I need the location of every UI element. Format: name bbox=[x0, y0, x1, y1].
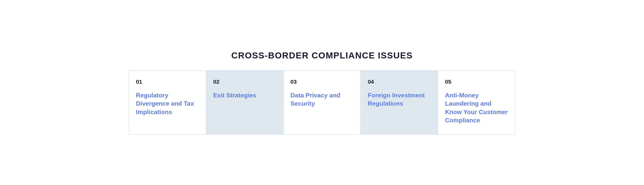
card-1: 01Regulatory Divergence and Tax Implicat… bbox=[129, 71, 206, 135]
card-title-4: Foreign Investment Regulations bbox=[368, 91, 431, 108]
card-title-3: Data Privacy and Security bbox=[290, 91, 354, 108]
card-number-3: 03 bbox=[290, 79, 354, 85]
cards-grid: 01Regulatory Divergence and Tax Implicat… bbox=[129, 70, 515, 135]
page-title: CROSS-BORDER COMPLIANCE ISSUES bbox=[129, 50, 515, 60]
card-title-2: Exit Strategies bbox=[213, 91, 276, 99]
card-number-4: 04 bbox=[368, 79, 431, 85]
card-3: 03Data Privacy and Security bbox=[284, 71, 361, 135]
card-title-5: Anti-Money Laundering and Know Your Cust… bbox=[445, 91, 508, 125]
card-2: 02Exit Strategies bbox=[206, 71, 284, 135]
card-title-1: Regulatory Divergence and Tax Implicatio… bbox=[136, 91, 199, 116]
card-4: 04Foreign Investment Regulations bbox=[361, 71, 438, 135]
card-5: 05Anti-Money Laundering and Know Your Cu… bbox=[438, 71, 515, 135]
page-container: CROSS-BORDER COMPLIANCE ISSUES 01Regulat… bbox=[129, 50, 515, 135]
card-number-2: 02 bbox=[213, 79, 276, 85]
card-number-1: 01 bbox=[136, 79, 199, 85]
card-number-5: 05 bbox=[445, 79, 508, 85]
